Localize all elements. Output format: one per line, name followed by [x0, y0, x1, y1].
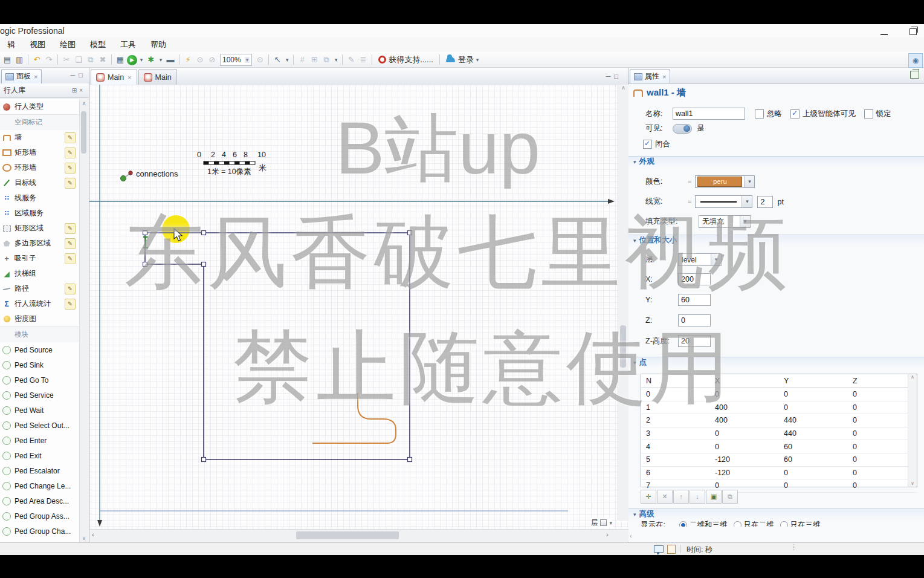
scrollbar-thumb[interactable] — [620, 325, 626, 368]
points-table-row[interactable]: 0 0 0 0 — [641, 388, 917, 401]
get-support-button[interactable]: 获得支持...... — [378, 54, 433, 65]
palette-item-attractor[interactable]: + 吸引子 — [0, 251, 80, 266]
palette-item-ped-enter[interactable]: Ped Enter — [0, 433, 80, 448]
points-table-row[interactable]: 6 -120 0 0 — [641, 467, 917, 480]
menu-item[interactable]: 模型 — [83, 39, 113, 50]
statusbar-drag-handle[interactable]: ∶∶ — [793, 544, 795, 550]
paste-icon[interactable]: ⧉ — [85, 54, 96, 66]
magnifier-icon[interactable]: ⊙ — [254, 54, 265, 66]
palette-item-rect-wall[interactable]: 矩形墙 — [0, 145, 80, 160]
closed-checkbox[interactable]: 闭合 — [643, 139, 670, 149]
scroll-up-icon[interactable]: ∧ — [621, 85, 625, 91]
palette-item-target-line[interactable]: 目标线 — [0, 175, 80, 190]
undo-icon[interactable]: ↶ — [31, 54, 42, 66]
linewidth-combo[interactable]: ▾ — [695, 195, 752, 208]
default-value-icon[interactable]: = — [688, 198, 691, 206]
chevron-down-icon[interactable]: ▾ — [744, 176, 754, 187]
close-icon[interactable]: × — [34, 73, 37, 80]
layout-icon[interactable]: ⊞ — [72, 87, 79, 94]
scroll-left-icon[interactable]: ‹ — [92, 531, 94, 538]
points-table-row[interactable]: 4 0 60 0 — [641, 440, 917, 453]
presentation-icon[interactable]: ▬ — [165, 54, 176, 66]
pointer-icon[interactable]: ↖ — [272, 54, 283, 66]
palette-item-line-service[interactable]: ∷ 线服务 — [0, 190, 80, 206]
edit-pencil-icon[interactable] — [65, 223, 76, 234]
window-restore-button[interactable] — [904, 27, 922, 36]
menu-item[interactable]: 工具 — [113, 39, 143, 50]
palette-item-wall[interactable]: 墙 — [0, 130, 80, 145]
close-library-icon[interactable]: × — [79, 87, 85, 94]
zoom-area-icon[interactable]: ⊙ — [195, 54, 205, 66]
pointer-dropdown-icon[interactable]: ▾ — [284, 54, 290, 66]
close-icon[interactable]: × — [662, 73, 666, 80]
save-icon[interactable]: ▤ — [2, 54, 13, 66]
scroll-down-icon[interactable]: ∨ — [908, 481, 917, 486]
collapse-triangle-icon[interactable]: ▾ — [633, 238, 636, 244]
edit-pencil-icon[interactable] — [65, 132, 76, 143]
maximize-editor-icon[interactable]: □ — [614, 73, 622, 80]
tab-main-1[interactable]: Main × — [91, 69, 137, 85]
copy-points-button[interactable]: ⧉ — [722, 490, 738, 504]
canvas-horizontal-scrollbar[interactable]: ‹ › — [89, 529, 628, 542]
login-dropdown-icon[interactable]: ▾ — [474, 54, 480, 66]
run-icon[interactable]: ▶ — [127, 55, 137, 65]
shape-dropdown-icon[interactable]: ▾ — [333, 54, 339, 66]
palette-item-ped-flow-stats[interactable]: Σ 行人流统计 — [0, 296, 80, 311]
palette-item-ped-group-change[interactable]: Ped Group Cha... — [0, 524, 80, 539]
points-table-row[interactable]: 1 400 0 0 — [641, 401, 917, 415]
grid-icon[interactable]: # — [297, 54, 308, 66]
delete-icon[interactable]: ✖ — [97, 54, 108, 66]
save-all-icon[interactable]: ▥ — [14, 54, 25, 66]
menu-item[interactable]: 帮助 — [143, 39, 173, 50]
wall-segment-peru[interactable] — [312, 393, 396, 443]
scrollbar-thumb[interactable] — [296, 531, 399, 539]
paste-points-button[interactable]: ▣ — [706, 490, 722, 504]
palette-item-ped-wait[interactable]: Ped Wait — [0, 403, 80, 418]
chevron-down-icon[interactable]: ▾ — [245, 57, 250, 63]
wall-shape[interactable] — [143, 231, 412, 462]
ignore-checkbox[interactable]: 忽略 — [755, 109, 782, 119]
console-icon[interactable] — [654, 545, 664, 553]
collapse-triangle-icon[interactable]: ▾ — [633, 360, 636, 366]
zoom-out-icon[interactable]: ⊘ — [207, 54, 218, 66]
show-in-radio[interactable]: 只在二维 — [734, 520, 774, 527]
layer-quick-widget[interactable]: 层 ▾ — [591, 518, 612, 528]
edit-pencil-icon[interactable] — [65, 148, 76, 158]
palette-item-ped-escalator[interactable]: Ped Escalator — [0, 463, 80, 478]
palette-item-ped-source[interactable]: Ped Source — [0, 342, 80, 357]
fill-type-combo[interactable]: 无填充 ▾ — [699, 215, 751, 228]
window-minimize-button[interactable] — [875, 27, 893, 36]
highlight-icon[interactable]: ⚡ — [183, 54, 193, 66]
points-table-row[interactable]: 3 0 440 0 — [641, 427, 917, 441]
palette-item-density-map[interactable]: 密度图 — [0, 311, 80, 326]
scroll-up-icon[interactable]: ∧ — [80, 100, 88, 106]
section-position-size[interactable]: ▾ 位置和大小 — [628, 235, 924, 245]
edit-pencil-icon[interactable] — [65, 163, 76, 174]
chevron-down-icon[interactable]: ▾ — [741, 196, 752, 207]
run-dropdown-icon[interactable]: ▾ — [138, 54, 144, 66]
linewidth-input[interactable]: 2 — [757, 196, 773, 208]
login-button[interactable]: 登录 ▾ — [446, 54, 481, 66]
chevron-down-icon[interactable]: ▾ — [740, 216, 750, 227]
tab-palette[interactable]: 面板 × — [1, 69, 42, 83]
palette-scrollbar[interactable]: ∧ ∨ — [79, 99, 88, 542]
snap-icon[interactable]: ⊞ — [309, 54, 320, 66]
points-table-scrollbar[interactable]: ∧ ∨ — [908, 374, 917, 487]
target-line-marker[interactable] — [143, 237, 148, 248]
palette-item-ped-group-assemble[interactable]: Ped Group Ass... — [0, 508, 80, 524]
add-point-button[interactable]: ✛ — [641, 490, 656, 504]
parent-visible-checkbox[interactable]: 上级智能体可见 — [790, 109, 856, 119]
section-points[interactable]: ▾ 点 — [628, 357, 924, 368]
palette-item-pathway[interactable]: 路径 — [0, 281, 80, 296]
tab-properties[interactable]: 属性 × — [630, 69, 670, 83]
toolbar-far-right-icon[interactable]: ◉ — [908, 53, 923, 68]
name-input[interactable]: wall1 — [673, 108, 745, 120]
collapse-triangle-icon[interactable]: ▾ — [633, 159, 636, 165]
palette-item-ped-sink[interactable]: Ped Sink — [0, 357, 80, 372]
connections-element[interactable]: connections — [121, 169, 178, 181]
move-point-down-button[interactable]: ↓ — [690, 490, 705, 504]
section-appearance[interactable]: ▾ 外观 — [628, 156, 924, 167]
palette-item-ped-select-output[interactable]: Ped Select Out... — [0, 418, 80, 433]
restore-pane-icon[interactable] — [910, 71, 919, 79]
edit-pencil-icon[interactable] — [65, 253, 76, 264]
